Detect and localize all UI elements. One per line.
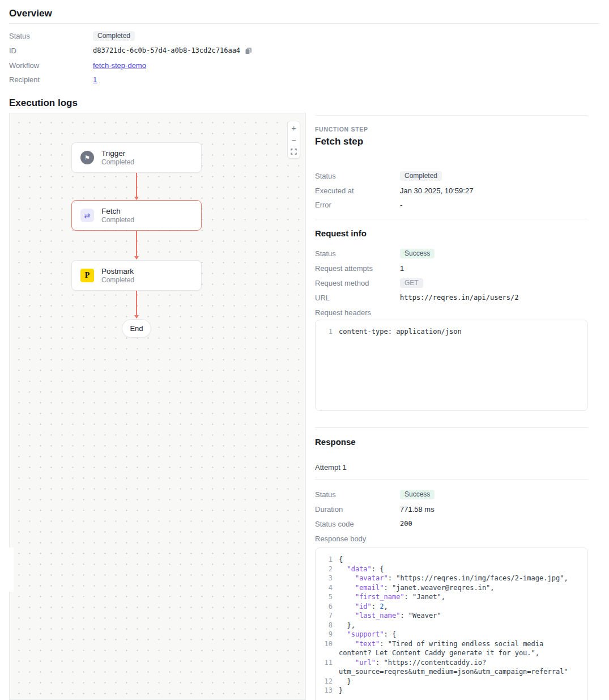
code-line: 12 } [322,677,580,686]
id-label: ID [9,46,93,55]
url-label: URL [315,294,400,302]
code-line: 8 }, [322,621,580,630]
attempt-label: Attempt 1 [315,463,347,472]
executed-at-value: Jan 30 2025, 10:59:27 [400,186,473,195]
error-value: - [400,201,402,209]
flag-icon: ⚑ [80,151,94,164]
response-body-code-block[interactable]: 1{2 "data": {3 "avatar": "https://reqres… [315,548,588,700]
duration-row: Duration 771.58 ms [315,504,435,514]
request-status-row: Status Success [315,248,435,258]
node-status: Completed [101,216,134,224]
attempts-value: 1 [400,264,404,273]
code-line: 9 "support": { [322,630,580,639]
code-line: 4 "email": "janet.weaver@reqres.in", [322,583,580,593]
code-line: 5 "first_name": "Janet", [322,592,580,602]
divider [315,219,588,219]
code-line: 1content-type: application/json [322,327,580,337]
status-label: Status [315,249,400,258]
node-end: End [122,319,151,338]
code-line: 10 "text": "Tired of writing endless soc… [322,639,580,658]
node-title: Trigger [101,149,134,158]
status-code-value: 200 [400,520,412,528]
swap-arrows-icon: ⇄ [80,209,94,222]
canvas-left-overlay [0,548,14,592]
code-line: 6 "id": 2, [322,602,580,612]
edge-trigger-fetch [136,173,137,197]
response-title: Response [315,437,356,447]
response-status-row: Status Success [315,489,435,499]
request-headers-row: Request headers [315,307,400,317]
status-label: Status [315,490,400,499]
recipient-link[interactable]: 1 [93,75,97,84]
node-title: Postmark [101,267,134,275]
expand-icon[interactable] [288,146,300,158]
response-body-row: Response body [315,533,400,544]
execution-detail-page: Overview Status Completed ID d83721dc-6c… [0,0,609,700]
node-fetch[interactable]: ⇄ Fetch Completed [71,200,202,231]
request-headers-label: Request headers [315,308,400,317]
code-line: 1{ [322,555,580,565]
divider [315,427,588,428]
overview-workflow-row: Workflow fetch-step-demo [9,60,146,70]
step-detail-panel: FUNCTION STEP Fetch step Status Complete… [315,115,588,700]
method-label: Request method [315,279,400,287]
edge-fetch-postmark [136,231,137,257]
step-status-row: Status Completed [315,171,442,181]
workflow-label: Workflow [9,61,93,70]
request-info-title: Request info [315,228,367,238]
request-url-row: URL https://reqres.in/api/users/2 [315,292,519,303]
error-row: Error - [315,200,402,210]
plus-icon[interactable]: + [288,122,300,134]
step-title: Fetch step [315,136,363,147]
code-line: 11 "url": "https://contentcaddy.io?utm_s… [322,658,580,677]
node-title: Fetch [101,207,134,215]
status-label: Status [9,32,93,40]
request-attempts-row: Request attempts 1 [315,263,404,273]
recipient-label: Recipient [9,75,93,84]
minus-icon[interactable]: − [288,134,300,146]
node-trigger[interactable]: ⚑ Trigger Completed [71,142,202,173]
duration-value: 771.58 ms [400,505,435,514]
url-value: https://reqres.in/api/users/2 [400,294,519,302]
overview-status-row: Status Completed [9,31,135,41]
error-label: Error [315,201,400,209]
overview-title: Overview [9,8,52,19]
overview-id-row: ID d83721dc-6c0b-57d4-a0b8-13cd2c716aa4 [9,45,252,56]
node-postmark[interactable]: P Postmark Completed [71,260,202,291]
code-line: 13} [322,686,580,695]
id-value: d83721dc-6c0b-57d4-a0b8-13cd2c716aa4 [93,46,240,54]
step-type-label: FUNCTION STEP [315,126,368,133]
status-badge: Completed [93,31,135,41]
node-status: Completed [101,276,134,284]
workflow-canvas[interactable]: + − ⚑ Trigger Completed ⇄ Fetch Complete… [9,113,306,700]
code-line: 3 "avatar": "https://reqres.in/img/faces… [322,574,580,583]
status-code-row: Status code 200 [315,519,412,529]
workflow-link[interactable]: fetch-step-demo [93,61,146,70]
divider [9,23,599,24]
executed-at-label: Executed at [315,186,400,195]
status-badge: Completed [400,171,442,181]
canvas-zoom-controls: + − [287,121,300,159]
execution-logs-title: Execution logs [9,97,78,109]
request-headers-code-block[interactable]: 1content-type: application/json [315,320,588,411]
overview-recipient-row: Recipient 1 [9,74,97,84]
attempts-label: Request attempts [315,264,400,273]
postmark-p-icon: P [80,269,94,282]
divider [315,479,588,480]
edge-postmark-end [136,291,137,316]
status-code-label: Status code [315,520,400,528]
response-body-label: Response body [315,534,400,543]
executed-at-row: Executed at Jan 30 2025, 10:59:27 [315,185,473,196]
method-badge: GET [400,278,423,288]
success-badge: Success [400,249,435,258]
success-badge: Success [400,490,435,499]
request-method-row: Request method GET [315,278,423,288]
code-line: 2 "data": { [322,565,580,574]
copy-icon[interactable] [245,47,252,54]
duration-label: Duration [315,505,400,514]
node-status: Completed [101,158,134,166]
status-label: Status [315,172,400,180]
code-line: 7 "last_name": "Weaver" [322,611,580,621]
